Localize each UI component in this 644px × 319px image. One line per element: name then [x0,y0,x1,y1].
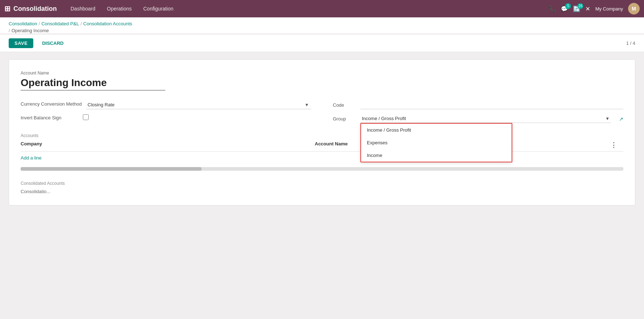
refresh-icon[interactable]: 🔄 26 [573,5,580,12]
breadcrumb-consolidation-accounts[interactable]: Consolidation Accounts [83,21,132,26]
company-col-header: Company [21,141,315,149]
consolidated-section-label: Consolidated Accounts [21,181,623,186]
dropdown-option-expenses[interactable]: Expenses [361,136,512,149]
close-icon[interactable]: ✕ [585,5,590,12]
topnav-icons: 📞 💬 5 🔄 26 ✕ My Company M [548,3,640,14]
group-external-link[interactable]: ↗ [619,116,623,122]
breadcrumb-sep-1: / [39,21,40,26]
chat-badge: 5 [565,3,571,9]
nav-configuration[interactable]: Configuration [138,4,178,14]
nav-operations[interactable]: Operations [102,4,137,14]
chat-icon[interactable]: 💬 5 [561,5,568,12]
dropdown-option-income-gross-profit[interactable]: Income / Gross Profit [361,124,512,136]
company-label: My Company [595,6,623,12]
add-line-link[interactable]: Add a line [21,153,623,163]
accounts-table-header: Company Account Name ⋮ [21,141,623,152]
actions-col-header: ⋮ [609,141,623,149]
group-dropdown-popup: Income / Gross Profit Expenses Income [360,123,512,162]
nav-dashboard[interactable]: Dashboard [65,4,101,14]
group-dropdown-arrow[interactable]: ▼ [604,116,611,121]
group-control: ▼ Income / Gross Profit Expenses Income [360,114,611,123]
code-input[interactable] [360,101,623,109]
breadcrumb-sep-2: / [80,21,82,26]
invert-balance-group: Invert Balance Sign [21,114,311,122]
invert-checkbox-wrapper [83,114,89,120]
group-field-row: Group ▼ Income / Gross Profit Expenses I… [333,114,623,123]
code-control [360,101,623,109]
left-column: Currency Conversion Method Closing Rate … [21,101,311,123]
avatar[interactable]: M [628,3,640,14]
code-field-row: Code [333,101,623,109]
save-button[interactable]: SAVE [9,38,33,48]
app-brand[interactable]: ⊞ Consolidation [4,4,57,13]
breadcrumb-current: / Operating Income [9,28,635,33]
main-menu: Dashboard Operations Configuration [65,4,546,14]
right-column: Code Group ▼ Income / [333,101,623,123]
group-input[interactable] [360,114,604,123]
phone-icon[interactable]: 📞 [548,5,556,12]
group-input-wrapper: ▼ [360,114,611,123]
grid-icon: ⊞ [4,4,10,13]
refresh-badge: 26 [577,3,583,9]
topnav: ⊞ Consolidation Dashboard Operations Con… [0,0,644,17]
breadcrumb-sep-3: / [9,28,10,33]
scroll-area[interactable] [21,167,623,171]
group-label: Group [333,116,355,122]
currency-select-wrapper: Closing Rate Average Rate Historical Rat… [86,101,311,109]
toolbar: SAVE DISCARD 1 / 4 [0,35,644,52]
discard-button[interactable]: DISCARD [38,38,68,48]
breadcrumb-consolidation[interactable]: Consolidation [9,21,37,26]
form-row: Currency Conversion Method Closing Rate … [21,101,623,123]
table-dots-menu[interactable]: ⋮ [609,141,618,149]
account-name-field: Account Name [21,71,623,90]
breadcrumb: Consolidation / Consolidated P&L / Conso… [9,21,635,26]
breadcrumb-operating-income: Operating Income [12,28,49,33]
consolidated-sub-label: Consolidatio... [21,189,623,194]
breadcrumb-area: Consolidation / Consolidated P&L / Conso… [0,17,644,33]
code-label: Code [333,102,355,108]
main-content: Account Name Currency Conversion Method … [0,52,644,317]
breadcrumb-consolidated-pl[interactable]: Consolidated P&L [41,21,79,26]
app-title: Consolidation [13,5,57,13]
form-card: Account Name Currency Conversion Method … [9,59,635,205]
accounts-section-label: Accounts [21,133,623,138]
account-name-input[interactable] [21,77,165,90]
consolidated-section: Consolidated Accounts Consolidatio... [21,181,623,194]
currency-control: Closing Rate Average Rate Historical Rat… [86,101,311,109]
scroll-thumb [21,167,202,171]
currency-select[interactable]: Closing Rate Average Rate Historical Rat… [86,101,311,109]
currency-conversion-group: Currency Conversion Method Closing Rate … [21,101,311,109]
pagination-label: 1 / 4 [626,41,635,46]
invert-balance-checkbox[interactable] [83,114,89,120]
dropdown-option-income[interactable]: Income [361,149,512,162]
currency-label: Currency Conversion Method [21,101,82,108]
account-name-label: Account Name [21,71,623,76]
invert-label: Invert Balance Sign [21,114,79,122]
